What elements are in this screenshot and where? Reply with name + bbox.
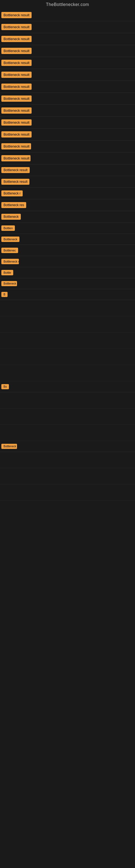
bottleneck-result-badge[interactable]: Bottleneck result [1,72,32,78]
bottleneck-result-badge[interactable]: Bottleneck r [1,444,17,449]
list-item: Bottleneck r [0,256,135,267]
bottleneck-result-badge[interactable]: Bottleneck result [1,48,32,54]
bottleneck-result-badge[interactable]: Bo [1,384,9,389]
list-item [0,349,135,365]
list-item [0,333,135,349]
rows-container: Bottleneck resultBottleneck resultBottle… [0,9,135,501]
list-item: Bottleneck [0,234,135,245]
bottleneck-result-badge[interactable]: Bottleneck result [1,167,30,173]
list-item [0,452,135,468]
bottleneck-result-badge[interactable]: B [1,292,8,297]
site-title: TheBottlenecker.com [0,0,135,9]
list-item: Bottleneck result [0,33,135,45]
list-item [0,365,135,381]
list-item: Bottleneck result [0,152,135,164]
bottleneck-result-badge[interactable]: Bottleneck result [1,143,31,150]
list-item: Bottlen [0,223,135,234]
list-item: Bottleneck res [0,199,135,211]
list-item [0,300,135,316]
list-item: Bottleneck r [0,441,135,452]
bottleneck-result-badge[interactable]: Bottleneck [1,214,21,220]
bottleneck-result-badge[interactable]: Bottleneck r [1,190,23,196]
bottleneck-result-badge[interactable]: Bottleneck result [1,155,31,161]
bottleneck-result-badge[interactable]: Bottleneck r [1,259,19,264]
bottleneck-result-badge[interactable]: Bottleneck result [1,107,32,114]
list-item: Bottleneck r [0,188,135,199]
bottleneck-result-badge[interactable]: Bottleneck result [1,24,32,30]
list-item [0,408,135,425]
list-item: Bottleneck result [0,117,135,129]
list-item: B [0,289,135,300]
bottleneck-result-badge[interactable]: Bottleneck result [1,36,32,42]
list-item [0,316,135,333]
list-item: Bottleneck result [0,9,135,21]
list-item [0,425,135,441]
bottleneck-result-badge[interactable]: Bottleneck result [1,60,32,66]
bottleneck-result-badge[interactable]: Bottleneck [1,237,19,242]
bottleneck-result-badge[interactable]: Bottleneck result [1,119,32,126]
list-item: Bottleneck result [0,81,135,93]
list-item: Bottleneck result [0,164,135,176]
bottleneck-result-badge[interactable]: Bottleneck res [1,202,26,208]
bottleneck-result-badge[interactable]: Bottleneck result [1,131,32,137]
list-item [0,485,135,501]
list-item: Bottlenec [0,245,135,256]
list-item: Bottleneck [0,211,135,223]
list-item: Bottleneck result [0,45,135,57]
bottleneck-result-badge[interactable]: Bottlen [1,225,15,231]
bottleneck-result-badge[interactable]: Bottle [1,270,13,275]
list-item: Bottleneck result [0,21,135,33]
site-title-bar: TheBottlenecker.com [0,0,135,9]
list-item: Bottle [0,267,135,278]
list-item [0,468,135,485]
list-item: Bottleneck result [0,57,135,69]
list-item: Bottleneck result [0,129,135,141]
list-item: Bottleneck result [0,176,135,188]
list-item: Bo [0,381,135,392]
bottleneck-result-badge[interactable]: Bottlenec [1,248,18,253]
bottleneck-result-badge[interactable]: Bottleneck [1,281,17,286]
bottleneck-result-badge[interactable]: Bottleneck result [1,95,32,102]
list-item [0,392,135,408]
list-item: Bottleneck result [0,141,135,152]
bottleneck-result-badge[interactable]: Bottleneck result [1,12,32,18]
bottleneck-result-badge[interactable]: Bottleneck result [1,179,30,185]
list-item: Bottleneck result [0,105,135,117]
bottleneck-result-badge[interactable]: Bottleneck result [1,84,32,90]
list-item: Bottleneck result [0,69,135,81]
list-item: Bottleneck result [0,93,135,105]
list-item: Bottleneck [0,278,135,289]
